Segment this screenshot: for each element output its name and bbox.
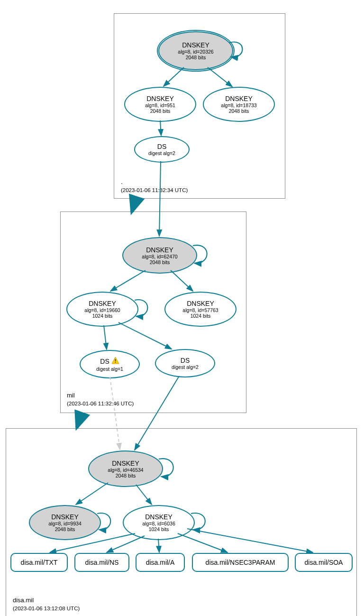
node-sub1: alg=8, id=6036 xyxy=(142,521,175,526)
node-sub2: 2048 bits xyxy=(55,526,75,532)
zone-mil-label: mil (2023-01-06 11:32:46 UTC) xyxy=(67,392,134,408)
node-sub1: alg=8, id=19660 xyxy=(84,307,120,313)
node-sub1: alg=8, id=951 xyxy=(145,102,175,108)
node-sub1: digest alg=2 xyxy=(148,150,175,156)
node-root-ds[interactable]: DS digest alg=2 xyxy=(134,136,190,163)
node-sub2: 2048 bits xyxy=(229,108,249,114)
node-title: DNSKEY xyxy=(146,95,174,102)
zone-mil-name: mil xyxy=(67,392,75,399)
node-sub1: alg=8, id=57763 xyxy=(182,307,218,313)
node-disa-zsk2[interactable]: DNSKEY alg=8, id=6036 1024 bits xyxy=(123,505,195,540)
zone-root-name: . xyxy=(121,178,123,185)
svg-rect-2 xyxy=(115,362,116,363)
rr-a[interactable]: disa.mil/A xyxy=(136,553,185,572)
node-title: DNSKEY xyxy=(187,300,214,307)
node-sub1: alg=8, id=62470 xyxy=(142,254,177,259)
zone-mil-ts: (2023-01-06 11:32:46 UTC) xyxy=(67,401,134,406)
node-sub2: 1024 bits xyxy=(149,526,169,532)
node-sub2: 2048 bits xyxy=(150,108,171,114)
rr-txt[interactable]: disa.mil/TXT xyxy=(10,553,68,572)
node-mil-ds1[interactable]: DS digest alg=1 xyxy=(80,350,140,378)
node-sub1: alg=8, id=20326 xyxy=(178,49,213,55)
node-sub1: alg=8, id=18733 xyxy=(221,102,256,108)
node-disa-zsk1[interactable]: DNSKEY alg=8, id=9934 2048 bits xyxy=(29,505,101,540)
node-root-ksk[interactable]: DNSKEY alg=8, id=20326 2048 bits xyxy=(158,31,233,70)
node-title: DNSKEY xyxy=(182,41,209,49)
node-sub2: 2048 bits xyxy=(150,259,170,265)
node-title: DNSKEY xyxy=(89,300,116,307)
node-disa-ksk[interactable]: DNSKEY alg=8, id=46534 2048 bits xyxy=(88,451,163,487)
node-mil-ds2[interactable]: DS digest alg=2 xyxy=(155,349,215,377)
rr-ns[interactable]: disa.mil/NS xyxy=(74,553,129,572)
node-title: DNSKEY xyxy=(112,460,139,467)
zone-disa-ts: (2023-01-06 13:12:08 UTC) xyxy=(13,606,80,611)
zone-root-ts: (2023-01-06 11:32:34 UTC) xyxy=(121,187,188,193)
rr-nsec3[interactable]: disa.mil/NSEC3PARAM xyxy=(192,553,289,572)
rr-soa[interactable]: disa.mil/SOA xyxy=(295,553,353,572)
node-mil-zsk2[interactable]: DNSKEY alg=8, id=57763 1024 bits xyxy=(164,292,237,327)
warning-icon xyxy=(111,357,119,366)
node-mil-zsk1[interactable]: DNSKEY alg=8, id=19660 1024 bits xyxy=(66,292,138,327)
zone-disa-name: disa.mil xyxy=(13,597,34,604)
node-sub2: 2048 bits xyxy=(186,55,206,60)
node-sub1: alg=8, id=46534 xyxy=(108,467,143,473)
node-mil-ksk[interactable]: DNSKEY alg=8, id=62470 2048 bits xyxy=(122,237,197,274)
svg-rect-1 xyxy=(115,359,116,361)
node-title: DS xyxy=(181,357,190,364)
node-title: DNSKEY xyxy=(51,513,79,521)
node-title: DS xyxy=(157,143,166,150)
node-sub2: 1024 bits xyxy=(92,313,113,319)
node-sub1: digest alg=1 xyxy=(96,366,123,372)
node-root-zsk1[interactable]: DNSKEY alg=8, id=951 2048 bits xyxy=(124,87,196,122)
node-title: DS xyxy=(100,358,109,365)
node-root-zsk2[interactable]: DNSKEY alg=8, id=18733 2048 bits xyxy=(203,87,275,122)
node-sub2: 1024 bits xyxy=(191,313,211,319)
node-title: DNSKEY xyxy=(146,246,173,254)
node-sub1: digest alg=2 xyxy=(172,364,199,370)
node-title: DNSKEY xyxy=(145,513,173,521)
zone-root-label: . (2023-01-06 11:32:34 UTC) xyxy=(121,178,188,194)
zone-disa-label: disa.mil (2023-01-06 13:12:08 UTC) xyxy=(13,597,80,613)
node-title: DNSKEY xyxy=(225,95,253,102)
node-sub1: alg=8, id=9934 xyxy=(48,521,81,526)
node-sub2: 2048 bits xyxy=(116,473,136,478)
